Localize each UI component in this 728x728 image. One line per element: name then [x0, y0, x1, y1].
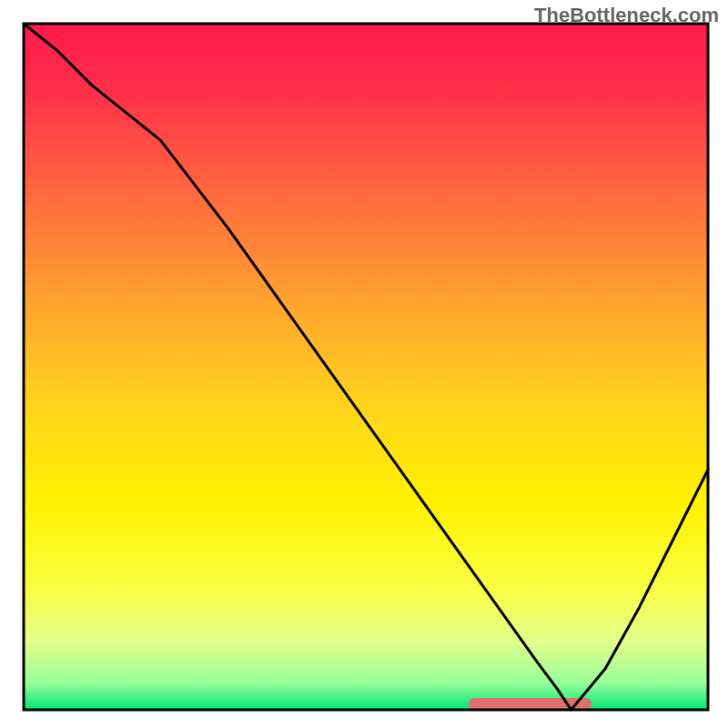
chart-container: TheBottleneck.com — [0, 0, 728, 728]
bottleneck-chart — [0, 0, 728, 728]
plot-background — [24, 24, 708, 710]
